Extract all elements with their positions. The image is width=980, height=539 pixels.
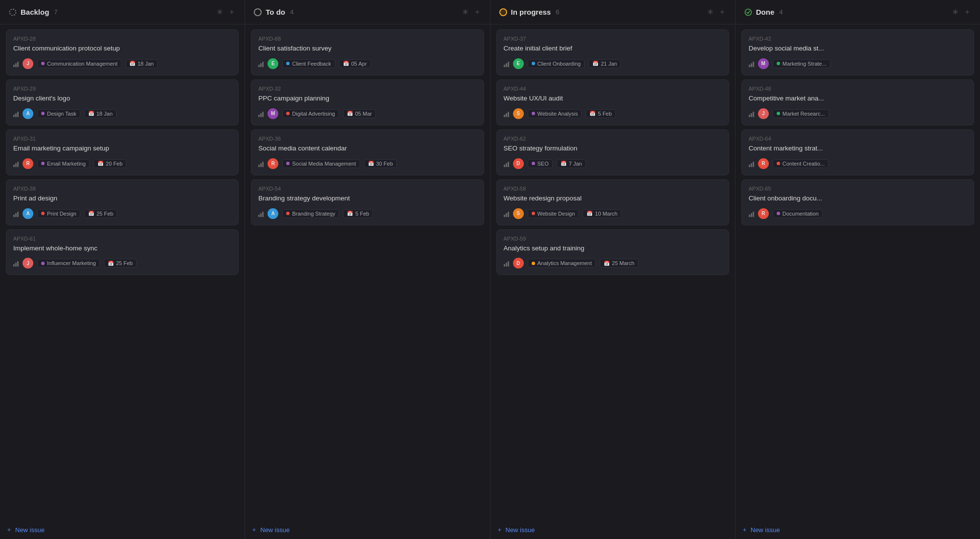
avatar: M: [758, 58, 769, 69]
chart-icon: [749, 210, 754, 217]
add-icon-todo[interactable]: ＋: [473, 7, 481, 17]
new-issue-button-todo[interactable]: ＋New issue: [245, 521, 490, 539]
card-id: APXD-44: [504, 86, 722, 92]
table-row[interactable]: APXD-42 Develop social media st... M Mar…: [741, 29, 974, 75]
table-row[interactable]: APXD-28 Client communication protocol se…: [6, 29, 239, 75]
chart-icon: [504, 110, 509, 117]
new-issue-button-done[interactable]: ＋New issue: [735, 521, 980, 539]
col-body-backlog: APXD-28 Client communication protocol se…: [0, 24, 245, 521]
card-date: 📅 25 Feb: [104, 259, 137, 268]
card-title: Website redesign proposal: [504, 194, 722, 203]
card-tag: Email Marketing: [37, 159, 90, 168]
table-row[interactable]: APXD-64 Content marketing strat... R Con…: [741, 129, 974, 175]
avatar: S: [513, 208, 524, 219]
card-id: APXD-42: [749, 36, 967, 42]
avatar: R: [758, 158, 769, 169]
avatar: J: [758, 108, 769, 119]
card-title: Design client's logo: [13, 94, 231, 103]
card-date: 📅 30 Feb: [364, 159, 397, 168]
table-row[interactable]: APXD-54 Branding strategy development A …: [251, 179, 484, 225]
avatar: S: [513, 108, 524, 119]
card-tag: Influencer Marketing: [37, 259, 100, 268]
card-id: APXD-32: [258, 86, 476, 92]
add-icon-backlog[interactable]: ＋: [228, 7, 236, 17]
card-id: APXD-62: [504, 136, 722, 142]
col-header-done: Done 4 ✳ ＋: [735, 0, 980, 24]
card-date: 📅 5 Feb: [586, 109, 615, 118]
card-title: Content marketing strat...: [749, 144, 967, 153]
col-title-inprogress: In progress: [511, 8, 551, 16]
calendar-icon: 📅: [587, 211, 592, 216]
card-title: Create initial client brief: [504, 44, 722, 53]
card-date: 📅 18 Jan: [125, 59, 158, 68]
plus-icon: ＋: [496, 525, 503, 534]
card-tag: Digital Advertising: [282, 109, 339, 118]
table-row[interactable]: APXD-61 Implement whole-home sync J Infl…: [6, 229, 239, 275]
pin-icon-todo[interactable]: ✳: [462, 7, 468, 17]
table-row[interactable]: APXD-44 Website UX/UI audit S Website An…: [496, 79, 729, 125]
card-tag: Content Creatio...: [773, 159, 829, 168]
col-header-todo: To do 4 ✳ ＋: [245, 0, 490, 24]
avatar: R: [23, 158, 33, 169]
table-row[interactable]: APXD-68 Client satisfaction survey E Cli…: [251, 29, 484, 75]
table-row[interactable]: APXD-37 Create initial client brief E Cl…: [496, 29, 729, 75]
plus-icon: ＋: [251, 525, 257, 534]
card-id: APXD-54: [258, 186, 476, 192]
table-row[interactable]: APXD-65 Client onboarding docu... R Docu…: [741, 179, 974, 225]
calendar-icon: 📅: [589, 111, 595, 116]
table-row[interactable]: APXD-32 PPC campaign planning M Digital …: [251, 79, 484, 125]
avatar: D: [513, 258, 524, 269]
card-tag: Marketing Strate...: [773, 59, 831, 68]
done-icon: [744, 8, 752, 16]
add-icon-done[interactable]: ＋: [963, 7, 971, 17]
col-count-todo: 4: [290, 8, 294, 16]
backlog-icon: [9, 8, 17, 16]
column-todo: To do 4 ✳ ＋ APXD-68 Client satisfaction …: [245, 0, 490, 539]
card-date: 📅 7 Jan: [557, 159, 586, 168]
col-body-todo: APXD-68 Client satisfaction survey E Cli…: [245, 24, 490, 521]
pin-icon-backlog[interactable]: ✳: [217, 7, 223, 17]
add-icon-inprogress[interactable]: ＋: [718, 7, 726, 17]
card-id: APXD-48: [749, 86, 967, 92]
card-id: APXD-31: [13, 136, 231, 142]
table-row[interactable]: APXD-36 Social media content calendar R …: [251, 129, 484, 175]
avatar: R: [268, 158, 278, 169]
new-issue-button-backlog[interactable]: ＋New issue: [0, 521, 245, 539]
table-row[interactable]: APXD-48 Competitive market ana... J Mark…: [741, 79, 974, 125]
table-row[interactable]: APXD-58 Website redesign proposal S Webs…: [496, 179, 729, 225]
card-tag: Print Design: [37, 209, 80, 218]
calendar-icon: 📅: [347, 111, 353, 116]
column-inprogress: In progress 6 ✳ ＋ APXD-37 Create initial…: [490, 0, 735, 539]
card-id: APXD-37: [504, 36, 722, 42]
card-title: PPC campaign planning: [258, 94, 476, 103]
table-row[interactable]: APXD-62 SEO strategy formulation D SEO 📅…: [496, 129, 729, 175]
column-done: Done 4 ✳ ＋ APXD-42 Develop social media …: [735, 0, 980, 539]
chart-icon: [504, 60, 509, 67]
chart-icon: [13, 110, 19, 117]
table-row[interactable]: APXD-59 Analytics setup and training D A…: [496, 229, 729, 275]
pin-icon-inprogress[interactable]: ✳: [707, 7, 713, 17]
card-date: 📅 10 March: [583, 209, 621, 218]
avatar: R: [758, 208, 769, 219]
card-date: 📅 25 March: [600, 259, 638, 268]
table-row[interactable]: APXD-38 Print ad design A Print Design 📅…: [6, 179, 239, 225]
col-body-inprogress: APXD-37 Create initial client brief E Cl…: [490, 24, 735, 521]
pin-icon-done[interactable]: ✳: [952, 7, 958, 17]
card-id: APXD-59: [504, 236, 722, 242]
avatar: A: [268, 208, 278, 219]
plus-icon: ＋: [6, 525, 12, 534]
calendar-icon: 📅: [561, 161, 566, 166]
chart-icon: [13, 160, 19, 167]
new-issue-button-inprogress[interactable]: ＋New issue: [490, 521, 735, 539]
card-title: Email marketing campaign setup: [13, 144, 231, 153]
col-title-todo: To do: [266, 8, 285, 16]
card-title: SEO strategy formulation: [504, 144, 722, 153]
card-tag: Analytics Management: [528, 259, 596, 268]
chart-icon: [13, 260, 19, 267]
calendar-icon: 📅: [347, 211, 353, 216]
table-row[interactable]: APXD-31 Email marketing campaign setup R…: [6, 129, 239, 175]
col-header-backlog: Backlog 7 ✳ ＋: [0, 0, 245, 24]
card-id: APXD-61: [13, 236, 231, 242]
table-row[interactable]: APXD-29 Design client's logo A Design Ta…: [6, 79, 239, 125]
card-id: APXD-68: [258, 36, 476, 42]
